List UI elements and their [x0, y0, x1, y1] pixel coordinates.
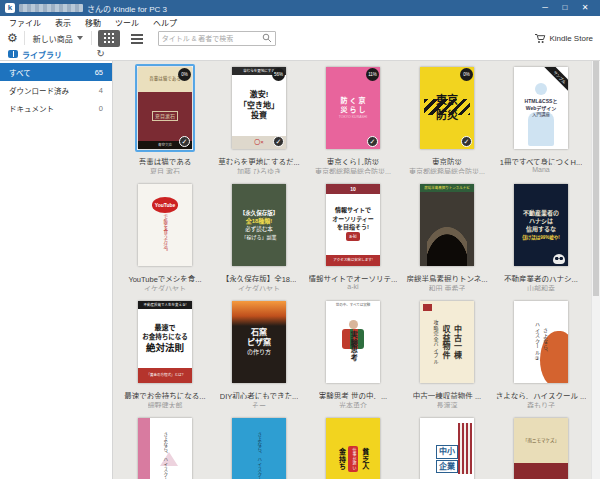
book-cover-frame: 防 く 京災 ら しTOKYO KURASHI 11% ✓ — [323, 64, 383, 152]
book-item-2[interactable]: 草むらを更地にする 激安!「空き地」投資 〇× 56% ✓ 草むらを更地にするだ… — [212, 64, 306, 181]
book-item-7[interactable]: 【永久保存版】全18種類!必ず読む本「稼げる」副業 【永久保存版】全18... … — [212, 181, 306, 298]
book-title: 【永久保存版】全18... — [222, 273, 297, 282]
close-button[interactable]: ✕ — [575, 0, 595, 16]
kindle-store-button[interactable]: Kindle Store — [534, 33, 593, 44]
maximize-button[interactable]: □ — [555, 0, 575, 16]
book-cover[interactable]: 吾輩は猫である 夏目漱石 青空文庫 0% ✓ — [138, 67, 192, 149]
sidebar: すべて 65 ダウンロード済み 4 ドキュメント 0 — [0, 61, 113, 479]
scrollbar[interactable] — [591, 61, 600, 479]
progress-badge: 56% — [272, 68, 285, 81]
menu-item-2[interactable]: 移動 — [78, 17, 108, 28]
book-cover-frame: 「雨ニモマケズ」 — [511, 415, 571, 479]
book-cover[interactable]: さよなら、ハイスクール — [232, 418, 286, 479]
sidebar-item-downloaded[interactable]: ダウンロード済み 4 — [0, 81, 112, 99]
book-cover[interactable]: 東京防災 0% ✓ — [420, 67, 474, 149]
book-cover-frame: さよなら、ハイスクール — [135, 415, 195, 479]
book-cover[interactable]: さよなら、ハイスクール — [138, 418, 192, 479]
book-title: 最速でお金持ちになる... — [124, 390, 205, 399]
book-cover[interactable]: 石窯ピザ窯の作り方 — [232, 301, 286, 383]
cover-top-band: 房総半島素掘りトンネルナビ — [420, 184, 474, 192]
settings-gear-icon[interactable]: ⚙ — [7, 32, 18, 44]
kindle-app-window: k さんの Kindle for PC 3 ─ □ ✕ ファイル表示移動ツールヘ… — [0, 0, 600, 479]
progress-badge: 0% — [460, 68, 473, 81]
book-item-18[interactable]: 貧乏人仕事が遅い金持ち — [306, 415, 400, 479]
app-icon: k — [5, 3, 15, 13]
window-controls: ─ □ ✕ — [535, 0, 595, 16]
book-item-10[interactable]: 不動産業者のハナシは信用するな儲け話は99%嘘や! 不動産業者のハナシ... 山… — [494, 181, 588, 298]
book-cover[interactable]: 中古一棟収益物件攻略完全バイブル — [420, 301, 474, 383]
sort-dropdown-label: 新しい商品 — [33, 33, 73, 44]
book-item-13[interactable]: 世の中、すべては実験 実験思考 実験思考 世の中、... 光本勇介 — [306, 298, 400, 415]
cover-art: さよなら、ハイスクール — [138, 418, 192, 479]
menu-item-1[interactable]: 表示 — [48, 17, 78, 28]
book-title: 実験思考 世の中、... — [319, 390, 387, 399]
book-cover[interactable]: 世の中、すべては実験 実験思考 — [326, 301, 380, 383]
list-view-button[interactable] — [126, 30, 148, 47]
book-title: 東京くらし防災 — [327, 156, 380, 165]
downloaded-check-icon: ✓ — [367, 136, 378, 147]
scrollbar-thumb[interactable] — [593, 61, 599, 296]
search-box[interactable] — [158, 31, 276, 46]
book-item-16[interactable]: さよなら、ハイスクール — [118, 415, 212, 479]
book-icon — [8, 50, 18, 58]
book-cover[interactable]: 貧乏人仕事が遅い金持ち — [326, 418, 380, 479]
book-cover-frame: 吾輩は猫である 夏目漱石 青空文庫 0% ✓ — [135, 64, 195, 152]
cover-art: YouTubeで飯を食う方法。 — [138, 184, 192, 266]
book-cover[interactable]: 房総半島素掘りトンネルナビ — [420, 184, 474, 266]
book-item-9[interactable]: 房総半島素掘りトンネルナビ 房総半島素掘りトンネ... 和田 亜希子 — [400, 181, 494, 298]
progress-badge: 11% — [366, 68, 379, 81]
cover-art: 【永久保存版】全18種類!必ず読む本「稼げる」副業 — [232, 184, 286, 266]
sidebar-item-label: ドキュメント — [9, 103, 54, 114]
book-item-8[interactable]: 10 情報サイトでオーソリティーを目指そう!a-ki アクセス数は安定します! … — [306, 181, 400, 298]
book-cover-frame: 不動産投資で人生を変える! 最速でお金持ちになる絶対法則 「黄金の方程式」とは? — [135, 298, 195, 386]
book-author: そー — [252, 400, 266, 408]
sidebar-item-all[interactable]: すべて 65 — [0, 63, 112, 81]
book-item-12[interactable]: 石窯ピザ窯の作り方 DIY初心者にもできた... そー — [212, 298, 306, 415]
book-item-4[interactable]: 東京防災 0% ✓ 東京防災 東京都総務局総合防災... — [400, 64, 494, 181]
book-author: 山部和幸 — [527, 283, 555, 291]
book-cover-frame: さよなら、ハイスクール③ — [511, 298, 571, 386]
book-item-14[interactable]: 中古一棟収益物件攻略完全バイブル 中古一棟収益物件 ... 長渡淳 — [400, 298, 494, 415]
book-cover[interactable]: 不動産業者のハナシは信用するな儲け話は99%嘘や! — [514, 184, 568, 266]
refresh-icon[interactable]: ↻ — [97, 49, 105, 59]
sidebar-item-docs[interactable]: ドキュメント 0 — [0, 99, 112, 117]
search-input[interactable] — [162, 35, 262, 42]
cover-bottom-band: 「黄金の方程式」とは? — [138, 368, 192, 383]
grid-view-button[interactable] — [98, 30, 120, 47]
book-cover[interactable]: 不動産投資で人生を変える! 最速でお金持ちになる絶対法則 「黄金の方程式」とは? — [138, 301, 192, 383]
cover-art — [514, 463, 568, 479]
sidebar-item-label: すべて — [9, 67, 31, 78]
book-author: 東京都総務局総合防災... — [409, 166, 485, 174]
book-item-20[interactable]: 「雨ニモマケズ」 — [494, 415, 588, 479]
book-item-5[interactable]: HTML&CSSとWebデザイン入門講座 サンプル 1冊ですべて身につくH...… — [494, 64, 588, 181]
book-cover[interactable]: 「雨ニモマケズ」 — [514, 418, 568, 479]
book-item-19[interactable]: 中小企業 — [400, 415, 494, 479]
book-author: 細野健太郎 — [148, 400, 183, 408]
book-cover[interactable]: YouTubeで飯を食う方法。 — [138, 184, 192, 266]
menu-item-3[interactable]: ツール — [108, 17, 146, 28]
book-title: 中古一棟収益物件 ... — [413, 390, 481, 399]
toolbar-separator — [24, 31, 25, 45]
book-item-6[interactable]: YouTubeで飯を食う方法。 YouTubeでメシを食... イケダハヤト — [118, 181, 212, 298]
book-cover[interactable]: 防 く 京災 ら しTOKYO KURASHI 11% ✓ — [326, 67, 380, 149]
sort-dropdown[interactable]: 新しい商品 — [31, 33, 85, 44]
menu-item-4[interactable]: ヘルプ — [146, 17, 184, 28]
book-item-1[interactable]: 吾輩は猫である 夏目漱石 青空文庫 0% ✓ 吾輩は猫である 夏目 漱石 — [118, 64, 212, 181]
book-item-11[interactable]: 不動産投資で人生を変える! 最速でお金持ちになる絶対法則 「黄金の方程式」とは?… — [118, 298, 212, 415]
book-cover[interactable]: さよなら、ハイスクール③ — [514, 301, 568, 383]
book-item-15[interactable]: さよなら、ハイスクール③ さよなら、ハイスクール ... 森もり子 — [494, 298, 588, 415]
book-cover[interactable]: 10 情報サイトでオーソリティーを目指そう!a-ki アクセス数は安定します! — [326, 184, 380, 266]
book-cover[interactable]: 【永久保存版】全18種類!必ず読む本「稼げる」副業 — [232, 184, 286, 266]
book-cover[interactable]: HTML&CSSとWebデザイン入門講座 サンプル — [514, 67, 568, 149]
book-item-17[interactable]: さよなら、ハイスクール — [212, 415, 306, 479]
book-title: 1冊ですべて身につくH... — [500, 156, 583, 165]
book-cover[interactable]: 中小企業 — [420, 418, 474, 479]
book-cover-frame: さよなら、ハイスクール — [229, 415, 289, 479]
subheader: ライブラリ ↻ — [0, 48, 600, 61]
book-cover[interactable]: 草むらを更地にする 激安!「空き地」投資 〇× 56% ✓ — [232, 67, 286, 149]
menu-item-0[interactable]: ファイル — [2, 17, 48, 28]
book-item-3[interactable]: 防 く 京災 ら しTOKYO KURASHI 11% ✓ 東京くらし防災 東京… — [306, 64, 400, 181]
book-title: 東京防災 — [432, 156, 462, 165]
cover-top-band: 不動産投資で人生を変える! — [138, 301, 192, 309]
minimize-button[interactable]: ─ — [535, 0, 555, 16]
